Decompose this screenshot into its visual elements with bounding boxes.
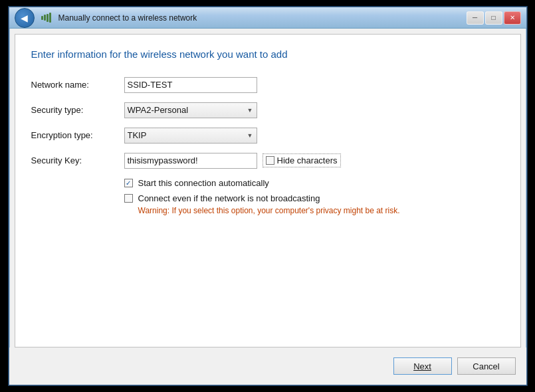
broadcast-checkbox[interactable] — [124, 194, 133, 203]
window-controls: ─ □ ✕ — [467, 11, 521, 25]
auto-connect-label: Start this connection automatically — [138, 178, 269, 188]
auto-connect-row: ✓ Start this connection automatically — [124, 178, 504, 188]
maximize-button[interactable]: □ — [485, 11, 502, 25]
back-button[interactable]: ◀ — [15, 8, 35, 28]
next-button[interactable]: Next — [393, 357, 452, 375]
page-title: Enter information for the wireless netwo… — [31, 48, 504, 61]
auto-connect-checkbox[interactable]: ✓ — [124, 179, 133, 187]
content-area: Enter information for the wireless netwo… — [15, 34, 521, 347]
network-name-label: Network name: — [31, 80, 124, 90]
close-button[interactable]: ✕ — [504, 11, 521, 25]
footer: Next Cancel — [9, 347, 526, 385]
hide-characters-label[interactable]: Hide characters — [263, 153, 341, 167]
minimize-button[interactable]: ─ — [467, 11, 484, 25]
security-type-control: No authentication (Open) WEP WPA2-Person… — [124, 102, 504, 118]
network-name-input[interactable] — [124, 77, 257, 93]
encryption-type-control: AES TKIP — [124, 128, 504, 144]
hide-characters-text: Hide characters — [277, 155, 338, 165]
security-type-select[interactable]: No authentication (Open) WEP WPA2-Person… — [124, 102, 257, 118]
titlebar: ◀ Manually connect to a wireless network… — [9, 7, 526, 29]
security-key-control: Hide characters — [124, 153, 504, 169]
window-title: Manually connect to a wireless network — [58, 13, 467, 23]
security-key-input[interactable] — [124, 153, 257, 169]
wifi-icon — [41, 13, 54, 23]
auto-connect-checkmark: ✓ — [126, 180, 131, 187]
network-name-control — [124, 77, 504, 93]
encryption-type-row: Encryption type: AES TKIP — [31, 128, 504, 144]
password-row: Hide characters — [124, 153, 504, 169]
cancel-label: Cancel — [473, 361, 499, 371]
main-window: ◀ Manually connect to a wireless network… — [9, 7, 527, 385]
hide-characters-checkbox[interactable] — [266, 156, 274, 165]
broadcast-row: Connect even if the network is not broad… — [124, 193, 504, 203]
security-type-label: Security type: — [31, 105, 124, 115]
encryption-type-select[interactable]: AES TKIP — [124, 128, 257, 144]
network-name-row: Network name: — [31, 77, 504, 93]
next-label: Next — [413, 361, 431, 371]
cancel-button[interactable]: Cancel — [457, 357, 516, 375]
warning-text: Warning: If you select this option, your… — [138, 206, 504, 215]
broadcast-label: Connect even if the network is not broad… — [138, 193, 320, 203]
encryption-type-wrapper: AES TKIP — [124, 128, 257, 144]
security-key-label: Security Key: — [31, 155, 124, 165]
security-type-row: Security type: No authentication (Open) … — [31, 102, 504, 118]
security-type-wrapper: No authentication (Open) WEP WPA2-Person… — [124, 102, 257, 118]
encryption-type-label: Encryption type: — [31, 130, 124, 140]
security-key-row: Security Key: Hide characters — [31, 153, 504, 169]
